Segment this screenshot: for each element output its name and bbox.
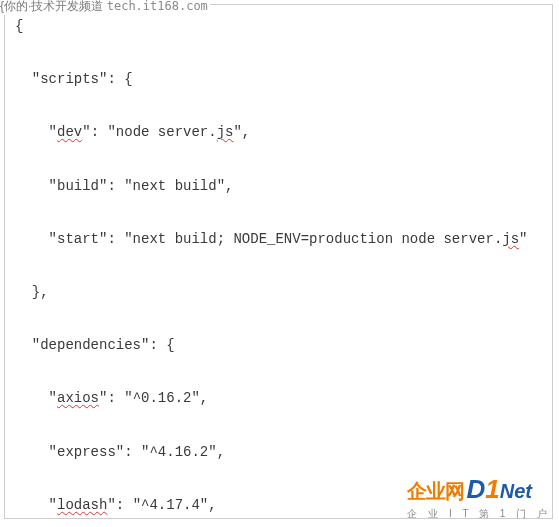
footer-watermark: 企业网 D1Net 企 业 I T 第 1 门 户 — [407, 474, 551, 521]
d1net-logo: 企业网 D1Net — [407, 474, 551, 505]
logo-net: Net — [500, 480, 532, 503]
logo-d: D — [466, 474, 485, 505]
code-frame: { "scripts": { "dev": "node server.js", … — [4, 4, 553, 519]
express-line: "express": "^4.16.2", — [15, 444, 225, 460]
logo-zh: 企业网 — [407, 478, 464, 505]
spellcheck-axios: axios — [57, 390, 99, 406]
header-zh-text: 你的·技术开发频道 — [4, 0, 103, 13]
source-watermark-header: {你的·技术开发频道 tech.it168.com — [0, 0, 210, 15]
build-line: "build": "next build", — [15, 178, 233, 194]
spellcheck-dev: dev — [57, 124, 82, 140]
spellcheck-js: js — [502, 231, 519, 247]
scripts-key: "scripts": { — [15, 71, 133, 87]
dependencies-key: "dependencies": { — [15, 337, 175, 353]
brace-open: { — [15, 18, 23, 34]
logo-subtitle: 企 业 I T 第 1 门 户 — [407, 507, 551, 521]
spellcheck-lodash: lodash — [57, 497, 107, 513]
logo-1: 1 — [485, 474, 499, 505]
header-url: tech.it168.com — [107, 0, 208, 13]
scripts-close: }, — [15, 284, 49, 300]
json-code-block: { "scripts": { "dev": "node server.js", … — [5, 11, 552, 527]
spellcheck-js: js — [217, 124, 234, 140]
